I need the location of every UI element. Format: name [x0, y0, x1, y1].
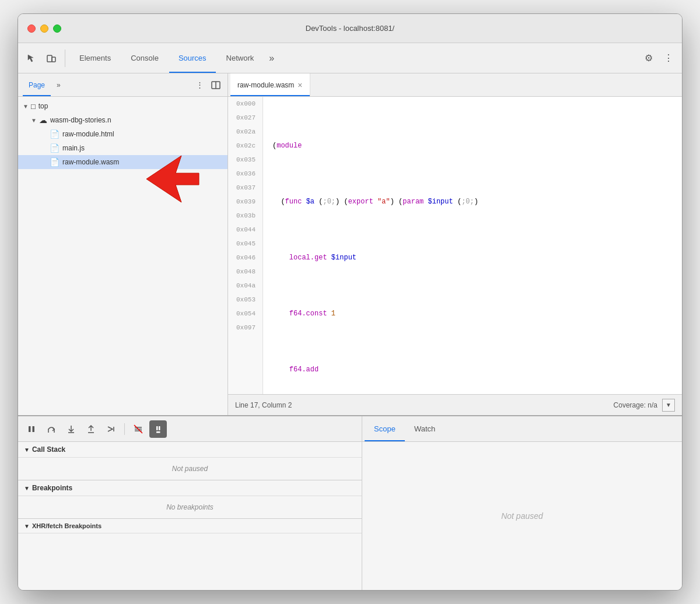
code-tab-raw-module-wasm[interactable]: raw-module.wasm ×: [230, 73, 310, 96]
breakpoints-empty: No breakpoints: [18, 496, 362, 518]
code-line-5: f64.add: [272, 363, 673, 377]
cloud-icon: ☁: [39, 115, 47, 125]
svg-rect-21: [156, 431, 160, 433]
tree-item-main-js[interactable]: 📄 main.js: [18, 141, 228, 155]
devtools-window: DevTools - localhost:8081/: [18, 13, 682, 591]
debug-left-panel: ▼ Call Stack Not paused ▼ Breakpoints No…: [18, 416, 362, 590]
sidebar-tree: ▼ □ top ▼ ☁ wasm-dbg-stories.n 📄 raw: [18, 97, 228, 415]
code-content: (module (func $a (;0;) (export "a") (par…: [263, 97, 682, 394]
code-panel: raw-module.wasm × 0x000 0x027 0x02a 0x02…: [228, 73, 682, 415]
code-tabs: raw-module.wasm ×: [228, 73, 682, 97]
line-numbers: 0x000 0x027 0x02a 0x02c 0x035 0x036 0x03…: [228, 97, 263, 394]
pause-on-exceptions-button[interactable]: [149, 420, 167, 438]
cursor-position: Line 17, Column 2: [235, 401, 292, 409]
frame-icon: □: [31, 102, 36, 111]
svg-rect-20: [159, 426, 160, 430]
toolbar-icon-group: [23, 50, 65, 67]
tab-sources[interactable]: Sources: [169, 43, 216, 73]
scope-empty-text: Not paused: [501, 511, 543, 521]
code-line-2: (func $a (;0;) (export "a") (param $inpu…: [272, 195, 673, 209]
scope-content: Not paused: [362, 442, 682, 590]
tree-item-raw-module-html[interactable]: 📄 raw-module.html: [18, 127, 228, 141]
debug-right-panel: Scope Watch Not paused: [362, 416, 682, 590]
step-into-button[interactable]: [62, 420, 80, 438]
coverage-dropdown-icon[interactable]: ▼: [662, 399, 675, 412]
minimize-button[interactable]: [40, 24, 48, 33]
code-line-1: (module: [272, 139, 673, 153]
js-file-icon: 📄: [50, 143, 60, 153]
call-stack-empty: Not paused: [18, 458, 362, 480]
step-button[interactable]: [102, 420, 120, 438]
sidebar-dots-menu[interactable]: ⋮: [192, 78, 206, 92]
step-out-button[interactable]: [82, 420, 100, 438]
toolbar-more-tabs[interactable]: »: [264, 53, 279, 64]
svg-rect-1: [52, 57, 55, 62]
close-tab-icon[interactable]: ×: [298, 81, 302, 89]
step-over-button[interactable]: [43, 420, 60, 438]
sidebar: Page » ⋮: [18, 73, 228, 415]
toolbar-right: ⚙ ⋮: [640, 50, 677, 67]
tab-scope[interactable]: Scope: [365, 416, 405, 441]
svg-rect-7: [33, 426, 35, 432]
select-element-icon[interactable]: [23, 50, 40, 67]
pause-button[interactable]: [23, 420, 40, 438]
main-content: Page » ⋮: [18, 73, 682, 415]
svg-rect-6: [29, 426, 31, 432]
tree-item-wasm-dbg[interactable]: ▼ ☁ wasm-dbg-stories.n: [18, 113, 228, 127]
more-options-icon[interactable]: ⋮: [660, 50, 677, 67]
settings-icon[interactable]: ⚙: [640, 50, 657, 67]
tab-watch[interactable]: Watch: [405, 416, 444, 441]
traffic-lights: [27, 24, 61, 33]
bottom-panel: ▼ Call Stack Not paused ▼ Breakpoints No…: [18, 415, 682, 590]
toolbar-tabs: Elements Console Sources Network »: [70, 43, 279, 73]
code-line-3: local.get $input: [272, 251, 673, 265]
svg-rect-19: [156, 426, 158, 430]
titlebar: DevTools - localhost:8081/: [18, 14, 682, 43]
html-file-icon: 📄: [50, 129, 60, 139]
status-bar: Line 17, Column 2 Coverage: n/a ▼: [228, 394, 682, 415]
tab-elements[interactable]: Elements: [70, 43, 120, 73]
sidebar-actions: ⋮: [192, 78, 223, 92]
window-title: DevTools - localhost:8081/: [306, 24, 394, 33]
device-toggle-icon[interactable]: [43, 50, 60, 67]
sidebar-split-icon[interactable]: [209, 78, 223, 92]
xhr-breakpoints-section: ▼ XHR/fetch Breakpoints: [18, 518, 362, 533]
breakpoints-section: ▼ Breakpoints: [18, 480, 362, 496]
maximize-button[interactable]: [53, 24, 61, 33]
sidebar-tab-more[interactable]: »: [51, 73, 66, 96]
main-toolbar: Elements Console Sources Network » ⚙ ⋮: [18, 43, 682, 73]
tree-item-raw-module-wasm[interactable]: 📄 raw-module.wasm: [18, 155, 228, 169]
sidebar-header: Page » ⋮: [18, 73, 228, 97]
code-line-4: f64.const 1: [272, 307, 673, 321]
tree-item-top[interactable]: ▼ □ top: [18, 99, 228, 113]
tab-network[interactable]: Network: [217, 43, 264, 73]
status-bar-right: Coverage: n/a ▼: [614, 399, 675, 412]
code-editor[interactable]: 0x000 0x027 0x02a 0x02c 0x035 0x036 0x03…: [228, 97, 682, 394]
tab-console[interactable]: Console: [121, 43, 168, 73]
scope-tabs: Scope Watch: [362, 416, 682, 442]
debug-toolbar: [18, 416, 362, 442]
deactivate-breakpoints-button[interactable]: [130, 420, 147, 438]
coverage-label: Coverage: n/a: [614, 401, 657, 409]
sidebar-tab-page[interactable]: Page: [23, 73, 51, 96]
close-button[interactable]: [27, 24, 36, 33]
call-stack-section: ▼ Call Stack: [18, 442, 362, 458]
debug-divider: [124, 423, 125, 435]
wasm-file-icon: 📄: [50, 157, 60, 167]
svg-rect-0: [47, 55, 52, 62]
